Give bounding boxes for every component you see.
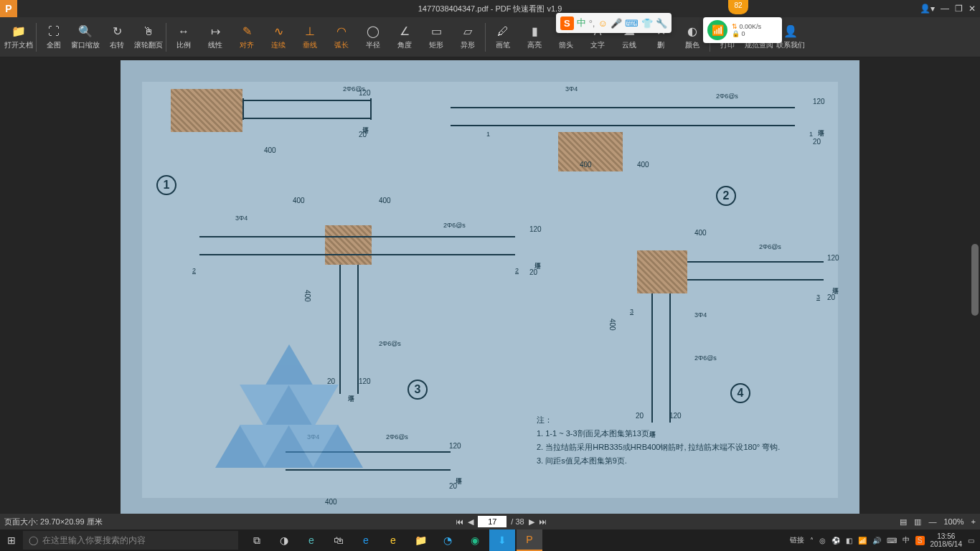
- scrollbar[interactable]: [971, 244, 979, 316]
- detail-marker-4: 4: [730, 383, 750, 403]
- ime-lang-label[interactable]: 中: [577, 17, 586, 29]
- toolbar: 📁打开文档⛶全图🔍窗口缩放↻右转🖱滚轮翻页↔比例↦线性✎对齐∿连续⊥垂线◠弧长◯…: [0, 17, 980, 57]
- task-explorer-icon[interactable]: 📁: [407, 529, 433, 551]
- task-app-3[interactable]: ◉: [462, 529, 488, 551]
- detail-marker-3: 3: [407, 380, 428, 400]
- taskbar-search[interactable]: ◯ 在这里输入你要搜索的内容: [23, 531, 238, 550]
- status-bar: 页面大小: 29.70×20.99 厘米 ⏮ ◀ / 38 ▶ ⏭ ▤ ▥ — …: [0, 514, 980, 529]
- network-speed-widget[interactable]: 📶 ⇅ 0.00K/s 🔒 0: [703, 17, 782, 43]
- ime-keyboard-icon[interactable]: ⌨: [625, 18, 639, 29]
- first-page-button[interactable]: ⏮: [456, 517, 463, 526]
- tool-高亮[interactable]: ▮高亮: [519, 19, 550, 56]
- windows-taskbar: ⊞ ◯ 在这里输入你要搜索的内容 ⧉ ◑ e 🛍 e e 📁 ◔ ◉ ⬇ P 链…: [0, 529, 980, 551]
- tool-窗口缩放[interactable]: 🔍窗口缩放: [70, 19, 101, 56]
- ime-emoji-icon[interactable]: ☺: [598, 18, 607, 29]
- ime-skin-icon[interactable]: 👕: [641, 18, 653, 29]
- tool-垂线[interactable]: ⊥垂线: [294, 19, 326, 56]
- tray-notifications-icon[interactable]: ▭: [968, 537, 974, 545]
- tool-半径[interactable]: ◯半径: [357, 19, 389, 56]
- zoom-out-button[interactable]: —: [928, 517, 936, 526]
- tray-icon-2[interactable]: ⚽: [831, 537, 840, 545]
- tool-滚轮翻页[interactable]: 🖱滚轮翻页: [133, 19, 164, 56]
- page-input[interactable]: [478, 516, 507, 527]
- user-icon[interactable]: 👤▾: [920, 4, 935, 14]
- tool-异形[interactable]: ▱异形: [452, 19, 484, 56]
- tool-角度[interactable]: ∠角度: [389, 19, 420, 56]
- tray-icon-1[interactable]: ◎: [819, 537, 826, 545]
- ime-mic-icon[interactable]: 🎤: [611, 18, 622, 29]
- cortana-icon: ◯: [29, 535, 38, 545]
- tool-连续[interactable]: ∿连续: [263, 19, 294, 56]
- tray-clock[interactable]: 13:562018/6/14: [930, 532, 963, 548]
- task-app-2[interactable]: ◔: [435, 529, 461, 551]
- detail-marker-1: 1: [156, 175, 176, 195]
- tray-conn-label: 链接: [790, 535, 804, 545]
- tool-打开文档[interactable]: 📁打开文档: [3, 19, 34, 56]
- task-ie2-icon[interactable]: e: [380, 529, 406, 551]
- tray-volume-icon[interactable]: 🔊: [872, 537, 881, 545]
- page-total: / 38: [511, 517, 524, 526]
- tool-弧长[interactable]: ◠弧长: [326, 19, 357, 56]
- task-store-icon[interactable]: 🛍: [326, 529, 352, 551]
- tray-icon-3[interactable]: ◧: [846, 537, 852, 545]
- document-viewport[interactable]: 2Φ6@s 墙厚 400 120 20 1 3Φ4 2Φ6@s 墙厚 400 4…: [0, 57, 980, 514]
- ime-tools-icon[interactable]: 🔧: [656, 18, 667, 29]
- task-app-4[interactable]: ⬇: [489, 529, 515, 551]
- tray-wifi-icon[interactable]: 📶: [858, 537, 867, 545]
- tray-keyboard-icon[interactable]: ⌨: [887, 537, 897, 545]
- sogou-logo-icon: S: [560, 17, 574, 30]
- ime-punct-icon[interactable]: °,: [589, 18, 595, 29]
- task-view-icon[interactable]: ⧉: [244, 529, 270, 551]
- next-page-button[interactable]: ▶: [529, 517, 534, 527]
- task-ie-icon[interactable]: e: [298, 529, 324, 551]
- tray-sogou-icon[interactable]: S: [915, 536, 925, 545]
- prev-page-button[interactable]: ◀: [468, 517, 473, 527]
- zoom-in-button[interactable]: +: [971, 517, 976, 526]
- ime-toolbar[interactable]: S 中 °, ☺ 🎤 ⌨ 👕 🔧: [556, 13, 672, 33]
- tool-右转[interactable]: ↻右转: [101, 19, 133, 56]
- acceleration-badge[interactable]: 82: [728, 0, 748, 14]
- page-size-label: 页面大小: 29.70×20.99 厘米: [4, 517, 103, 527]
- window-title: 1477038404347.pdf - PDF 快速看图 v1.9: [418, 4, 562, 14]
- app-logo: P: [0, 0, 17, 17]
- start-button[interactable]: ⊞: [0, 529, 23, 551]
- tool-画笔[interactable]: 🖊画笔: [487, 19, 519, 56]
- tray-up-icon[interactable]: ˄: [810, 537, 814, 545]
- last-page-button[interactable]: ⏭: [539, 517, 547, 526]
- wifi-icon: 📶: [707, 20, 727, 40]
- drawing-notes: 注： 1. 1-1 ~ 3-3剖面见本图集第13页. 2. 当拉结筋采用HRB3…: [537, 415, 795, 469]
- minimize-button[interactable]: —: [941, 4, 949, 14]
- close-button[interactable]: ✕: [969, 4, 976, 14]
- task-edge-icon[interactable]: e: [353, 529, 379, 551]
- tray-ime-icon[interactable]: 中: [903, 535, 910, 545]
- tool-全图[interactable]: ⛶全图: [38, 19, 70, 56]
- task-app-1[interactable]: ◑: [271, 529, 297, 551]
- watermark-logo: [228, 346, 350, 469]
- tool-矩形[interactable]: ▭矩形: [420, 19, 452, 56]
- tool-比例[interactable]: ↔比例: [168, 19, 199, 56]
- tool-对齐[interactable]: ✎对齐: [231, 19, 263, 56]
- view-single-icon[interactable]: ▥: [914, 517, 921, 527]
- search-placeholder: 在这里输入你要搜索的内容: [42, 534, 146, 547]
- tool-线性[interactable]: ↦线性: [199, 19, 231, 56]
- zoom-level: 100%: [943, 517, 963, 526]
- view-mode-icon[interactable]: ▤: [900, 517, 907, 527]
- task-pdf-app[interactable]: P: [517, 529, 542, 551]
- detail-marker-2: 2: [716, 186, 736, 206]
- maximize-button[interactable]: ❐: [955, 4, 963, 14]
- pdf-page: 2Φ6@s 墙厚 400 120 20 1 3Φ4 2Φ6@s 墙厚 400 4…: [121, 60, 859, 514]
